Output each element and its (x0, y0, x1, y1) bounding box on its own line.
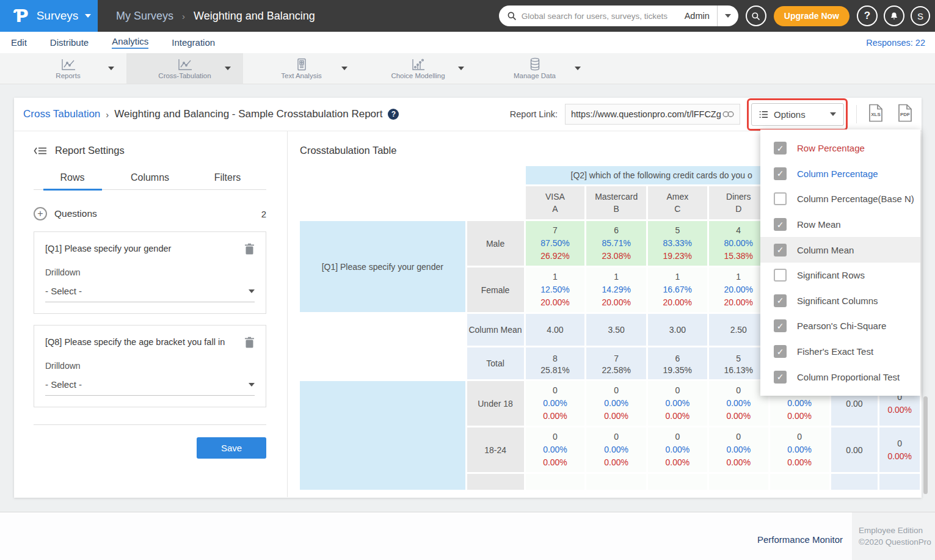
menu-item[interactable]: ✓Pearson's Chi-Square (760, 313, 920, 339)
toolbar-reports[interactable]: Reports (10, 53, 126, 84)
breadcrumb-my-surveys[interactable]: My Surveys (116, 10, 173, 23)
toolbar-cross-tabulation[interactable]: Cross-Tabulation (126, 53, 243, 84)
checkbox-checked-icon[interactable]: ✓ (774, 167, 787, 180)
checkbox-checked-icon[interactable]: ✓ (774, 294, 787, 307)
table-cell: 516.13% (709, 347, 768, 379)
search-scope-selector[interactable]: Admin (681, 11, 717, 21)
performance-monitor-link[interactable]: Performance Monitor (757, 534, 843, 545)
menu-item-label: Column Mean (797, 245, 854, 255)
tab-rows[interactable]: Rows (34, 172, 111, 189)
report-title: Weighting and Balancing - Sample Crossta… (114, 108, 382, 120)
breadcrumb-current-survey: Weighting and Balancing (194, 10, 315, 23)
menu-item[interactable]: ✓Fisher's Exact Test (760, 339, 920, 365)
menu-item-label: Pearson's Chi-Square (797, 321, 886, 331)
menu-item-label: Row Percentage (797, 143, 865, 153)
question-card-q8: [Q8] Please specify the age bracket you … (34, 325, 266, 407)
table-cell: 4.00 (526, 314, 585, 346)
toolbar-cross-tabulation-caret[interactable] (225, 67, 231, 70)
menu-item[interactable]: ✓Significant Columns (760, 288, 920, 314)
search-scope-caret[interactable] (718, 14, 738, 18)
notifications-button[interactable] (884, 5, 904, 26)
checkbox-checked-icon[interactable]: ✓ (774, 319, 787, 332)
toolbar-reports-caret[interactable] (108, 67, 114, 70)
table-cell: 722.58% (586, 347, 646, 379)
toolbar-text-analysis-caret[interactable] (341, 67, 347, 70)
options-caret-icon (830, 112, 836, 116)
menu-item[interactable]: ✓Column Proportional Test (760, 364, 920, 390)
select-caret-icon (249, 289, 255, 293)
toolbar-label: Reports (56, 72, 80, 79)
report-header-actions: Report Link: Options XLS (510, 103, 922, 126)
row-label: Under 18 (467, 381, 524, 426)
nav-tab-integration[interactable]: Integration (172, 37, 215, 48)
tab-columns[interactable]: Columns (111, 172, 189, 189)
toolbar-text-analysis[interactable]: Text Analysis (243, 53, 360, 84)
checkbox-checked-icon[interactable]: ✓ (774, 371, 787, 384)
delete-question-icon[interactable] (244, 243, 255, 255)
cross-tabulation-link[interactable]: Cross Tabulation (23, 108, 100, 120)
menu-item[interactable]: Significant Rows (760, 263, 920, 288)
menu-item[interactable]: ✓Row Percentage (760, 136, 920, 161)
table-cell: 116.67%20.00% (648, 267, 707, 312)
table-cell: 583.33%19.23% (648, 221, 707, 266)
save-button[interactable]: Save (197, 437, 266, 459)
table-cell: 00.00%0.00% (770, 427, 829, 472)
menu-item[interactable]: ✓Column Percentage (760, 161, 920, 187)
edition-panel: Employee Edition ©2020 QuestionPro (852, 512, 935, 560)
options-button[interactable]: Options (751, 103, 844, 126)
drilldown-select-q8[interactable]: - Select - (45, 379, 255, 396)
table-cell: 480.00%15.38% (709, 221, 768, 266)
menu-item[interactable]: ✓Row Mean (760, 212, 920, 238)
report-help-icon[interactable]: ? (388, 109, 399, 120)
checkbox-unchecked-icon[interactable] (774, 269, 787, 282)
checkbox-unchecked-icon[interactable] (774, 192, 787, 205)
bell-icon (889, 11, 899, 21)
toolbar-manage-data[interactable]: Manage Data (476, 53, 593, 84)
topbar: Ƥ Surveys My Surveys › Weighting and Bal… (0, 0, 935, 32)
toolbar-label: Cross-Tabulation (158, 72, 211, 79)
nav-tab-analytics[interactable]: Analytics (112, 36, 148, 49)
checkbox-checked-icon[interactable]: ✓ (774, 244, 787, 256)
toolbar-choice-modelling[interactable]: Choice Modelling (360, 53, 476, 84)
add-question-button[interactable]: + (34, 207, 47, 220)
toolbar-manage-data-caret[interactable] (575, 67, 581, 70)
table-cell: 2.50 (709, 314, 768, 346)
collapse-panel-icon[interactable] (34, 146, 47, 156)
tab-filters[interactable]: Filters (189, 172, 266, 189)
search-icon (751, 12, 760, 21)
menu-item-label: Row Mean (797, 219, 841, 230)
row-group-label: [Q1] Please specify your gender (300, 221, 465, 312)
menu-item[interactable]: ✓Column Mean (760, 237, 920, 263)
column-header: DinersD (709, 186, 768, 219)
upgrade-now-button[interactable]: Upgrade Now (774, 6, 850, 26)
global-search-input[interactable] (522, 12, 681, 21)
table-cell: 00.00%0.00% (586, 427, 646, 472)
menu-item-label: Column Proportional Test (797, 372, 900, 382)
report-link-input[interactable] (571, 109, 722, 119)
list-options-icon (759, 111, 768, 118)
checkbox-checked-icon[interactable]: ✓ (774, 345, 787, 358)
row-label: Male (467, 221, 524, 266)
nav-tab-distribute[interactable]: Distribute (50, 37, 89, 48)
link-icon[interactable] (722, 111, 734, 118)
menu-item[interactable]: Column Percentage(Base N) (760, 186, 920, 212)
nav-tab-edit[interactable]: Edit (11, 37, 27, 48)
drilldown-label: Drilldown (45, 267, 255, 277)
search-submit-button[interactable] (746, 5, 766, 26)
export-pdf-button[interactable]: PDF (897, 104, 913, 125)
checkbox-checked-icon[interactable]: ✓ (774, 218, 787, 231)
drilldown-select-q1[interactable]: - Select - (45, 286, 255, 302)
report-header: Cross Tabulation › Weighting and Balanci… (14, 98, 922, 131)
questions-label: Questions (54, 208, 97, 219)
questionpro-logo[interactable]: Ƥ Surveys (0, 0, 98, 32)
toolbar-choice-modelling-caret[interactable] (458, 67, 464, 70)
vertical-scrollbar[interactable] (923, 396, 928, 494)
user-avatar[interactable]: S (911, 6, 930, 26)
export-xls-button[interactable]: XLS (868, 104, 884, 125)
checkbox-checked-icon[interactable]: ✓ (774, 142, 787, 155)
delete-question-icon[interactable] (244, 336, 255, 349)
help-button[interactable]: ? (857, 5, 878, 26)
table-cell: 120.00%20.00% (709, 267, 768, 312)
report-link-field (565, 104, 740, 125)
question-card-q1: [Q1] Please specify your gender Drilldow… (34, 231, 266, 314)
